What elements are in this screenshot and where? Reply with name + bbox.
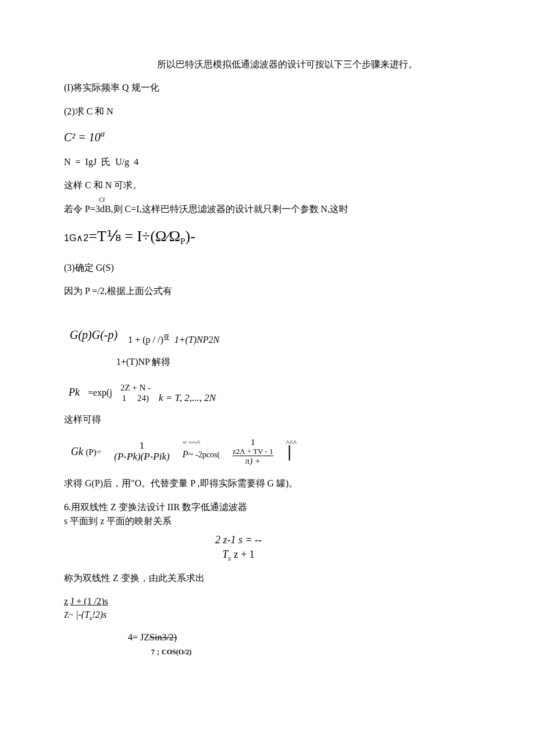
gp-row2: 1+(T)NP 解得 (64, 356, 471, 368)
gk-p: (P)= (86, 447, 102, 457)
gp-r1-tail: 1+(T)NP2N (174, 335, 219, 345)
center-eq-bot-tail: z + 1 (231, 549, 255, 560)
after-gp: 求得 G(P)后，用"O。代替变量 P ,即得实际需要得 G 罐)。 (64, 477, 471, 490)
z-bot-tail: !2)s (92, 610, 106, 619)
gk-den2a: P~ (183, 449, 195, 459)
step-2: (2)求 C 和 N (64, 105, 471, 118)
big-eq-prefix: 1G∧2 (64, 233, 88, 243)
big-eq-paren: (Ω⁄Ω (150, 228, 180, 245)
pk-numerator: 2Z + N - (120, 382, 151, 393)
gk-num1: 1 (114, 440, 169, 452)
eq4-strike: Sin3/2) (149, 632, 177, 642)
pk-equation: Pk =exp(j 2Z + N - 1 24) k = T, 2,..., 2… (64, 379, 220, 406)
gk-inner-tail: π) + (245, 456, 261, 465)
big-eq-mid: =T⅟₈ = I÷ (88, 228, 150, 245)
center-eq-bot: T (222, 549, 228, 560)
gk-mid: = ~~^ (183, 438, 220, 448)
section-6-line1: 6.用双线性 Z 变换法设计 IIR 数字低通滤波器 (64, 501, 471, 514)
eq4-text: 4= JZ (128, 632, 149, 642)
gp-r1-sup: 亚 (163, 334, 170, 341)
big-equation: 1G∧2=T⅟₈ = I÷(Ω⁄ΩP)- (64, 226, 471, 248)
equation-c-squared: C² = 10α (64, 128, 471, 145)
section-6-line2: s 平面到 z 平面的映射关系 (64, 515, 471, 528)
document-page: 所以巴特沃思模拟低通滤波器的设计可按以下三个步骤来进行。 (I)将实际频率 Q … (0, 0, 535, 692)
gp-left: G(p)G(-p) (65, 323, 122, 347)
gk-left: Gk (71, 446, 83, 457)
eq-7: 7；COS(O/2) (151, 647, 471, 657)
gk-equation: Gk (P)= 1 (P-Pk)(P-Pik) = ~~^ P~ -2pcos(… (64, 436, 304, 467)
z-top: J + (1 /2)s (70, 596, 108, 606)
gk-num2: 1 (233, 438, 273, 447)
gp-r1: 1 + (p / /) (128, 335, 163, 345)
pk-tail: k = T, 2,..., 2N (155, 381, 219, 405)
pk-eq: =exp(j (84, 381, 116, 405)
s-mapping-equation: 2 z-1 s = -- Ts z + 1 (151, 533, 326, 564)
p-3db: 若令 P=3dB,则 C=I,这样巴特沃思滤波器的设计就只剩一个参数 N,这时 (64, 203, 471, 216)
z-bot: |-(T (76, 610, 90, 619)
step-1: (I)将实际频率 Q 规一化 (64, 81, 471, 94)
gk-inner-num: z2Λ + TV - 1 (233, 447, 273, 456)
gp-equation: G(p)G(-p) 1 + (p / /)亚 1+(T)NP2N (64, 321, 225, 348)
z-bot-left: Z~ (64, 611, 73, 619)
so-get: 这样可得 (64, 413, 471, 426)
gk-den1: (P-Pk)(P-Pik) (114, 452, 169, 463)
pk-left: Pk (65, 381, 83, 405)
step-3: (3)确定 G(S) (64, 261, 471, 274)
cn-solvable: 这样 C 和 N 可求。 (64, 179, 471, 192)
z-top-left: z (64, 596, 68, 606)
big-eq-sub: P (180, 236, 186, 246)
gk-den2b: -2pcos( (195, 450, 220, 459)
bilinear-text: 称为双线性 Z 变换，由此关系求出 (64, 572, 471, 585)
eq-4: 4= JZSin3/2) (128, 631, 471, 644)
center-eq-top: 2 z-1 s = -- (151, 533, 326, 547)
big-eq-end: )- (186, 228, 195, 245)
eq-c2-base: C² = 10 (64, 131, 101, 144)
z-equation: z J + (1 /2)s Z~ |-(Ts!2)s (64, 595, 471, 622)
eq-c2-superscript: α (101, 130, 105, 138)
pk-den1: 1 (122, 393, 127, 403)
intro-text: 所以巴特沃思模拟低通滤波器的设计可按以下三个步骤来进行。 (64, 58, 471, 71)
equation-n: N = IgJ 氏 U/g 4 (64, 156, 471, 169)
pk-den2: 24) (137, 393, 149, 403)
p-half: 因为 P =/2,根据上面公式有 (64, 285, 471, 298)
